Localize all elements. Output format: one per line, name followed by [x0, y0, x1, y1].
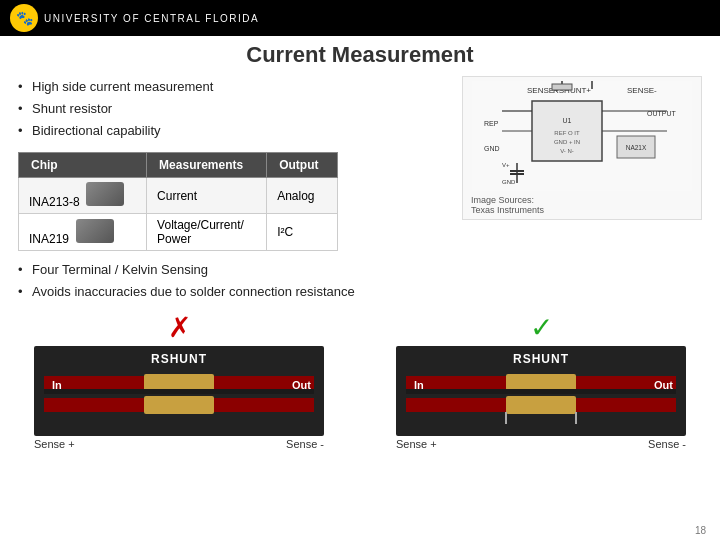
- col-output: Output: [267, 153, 338, 178]
- top-section: High side current measurement Shunt resi…: [18, 76, 702, 251]
- sense-labels-wrong: Sense + Sense -: [34, 438, 324, 450]
- rshunt-diagram-right: RSHUNT In Out: [396, 346, 686, 436]
- col-chip: Chip: [19, 153, 147, 178]
- bottom-section: Four Terminal / Kelvin Sensing Avoids in…: [18, 259, 702, 450]
- chip-image-1: [86, 182, 124, 206]
- sense-labels-right: Sense + Sense -: [396, 438, 686, 450]
- bottom-bullet-1: Four Terminal / Kelvin Sensing: [18, 259, 702, 281]
- svg-text:GND: GND: [484, 145, 500, 152]
- svg-text:V- N-: V- N-: [560, 148, 574, 154]
- chip-name-1: INA213-8: [19, 178, 147, 214]
- svg-rect-38: [406, 389, 676, 394]
- rshunt-label-right: RSHUNT: [513, 352, 569, 366]
- svg-rect-37: [506, 396, 576, 414]
- feature-list: High side current measurement Shunt resi…: [18, 76, 448, 142]
- bottom-bullet-2: Avoids inaccuracies due to solder connec…: [18, 281, 702, 303]
- rshunt-diagram-wrong: RSHUNT In Out: [34, 346, 324, 436]
- page-number: 18: [695, 525, 706, 536]
- output-2: I²C: [267, 214, 338, 251]
- output-1: Analog: [267, 178, 338, 214]
- measurements-2: Voltage/Current/Power: [147, 214, 267, 251]
- header: 🐾 UNIVERSITY OF CENTRAL FLORIDA: [0, 0, 720, 36]
- image-source: Image Sources: Texas Instruments: [467, 195, 544, 215]
- chip-label-2: INA219: [29, 232, 69, 246]
- diagrams-row: ✗ RSHUNT In Out: [18, 311, 702, 450]
- chip-image-2: [76, 219, 114, 243]
- circuit-svg: RSHUNT+ SENSE+ SENSE- U1 REF O IT GND + …: [472, 81, 692, 191]
- rshunt-svg-right: In Out: [396, 356, 686, 426]
- main-content: Current Measurement High side current me…: [0, 36, 720, 456]
- chip-table: Chip Measurements Output INA213-8 Curren…: [18, 152, 338, 251]
- svg-text:Out: Out: [654, 379, 673, 391]
- svg-text:NA21X: NA21X: [626, 144, 647, 151]
- col-measurements: Measurements: [147, 153, 267, 178]
- table-row: INA219 Voltage/Current/Power I²C: [19, 214, 338, 251]
- svg-text:V+: V+: [502, 162, 510, 168]
- university-name: UNIVERSITY OF CENTRAL FLORIDA: [44, 13, 259, 24]
- svg-text:GND: GND: [502, 179, 516, 185]
- chip-label-1: INA213-8: [29, 195, 80, 209]
- svg-rect-25: [552, 84, 572, 90]
- circuit-diagram: RSHUNT+ SENSE+ SENSE- U1 REF O IT GND + …: [462, 76, 702, 220]
- ucf-logo: 🐾 UNIVERSITY OF CENTRAL FLORIDA: [10, 4, 259, 32]
- feature-item-1: High side current measurement: [18, 76, 448, 98]
- rshunt-svg-wrong: In Out: [34, 356, 324, 426]
- feature-item-3: Bidirectional capability: [18, 120, 448, 142]
- page-title: Current Measurement: [18, 42, 702, 68]
- svg-text:REP: REP: [484, 120, 499, 127]
- sense-minus-right: Sense -: [648, 438, 686, 450]
- feature-item-2: Shunt resistor: [18, 98, 448, 120]
- left-content: High side current measurement Shunt resi…: [18, 76, 448, 251]
- bottom-bullets: Four Terminal / Kelvin Sensing Avoids in…: [18, 259, 702, 303]
- wrong-mark: ✗: [168, 311, 191, 344]
- measurements-1: Current: [147, 178, 267, 214]
- chip-name-2: INA219: [19, 214, 147, 251]
- svg-text:Out: Out: [292, 379, 311, 391]
- svg-text:SENSE-: SENSE-: [627, 86, 657, 95]
- svg-rect-30: [144, 396, 214, 414]
- svg-text:In: In: [414, 379, 424, 391]
- svg-text:In: In: [52, 379, 62, 391]
- right-mark: ✓: [530, 311, 553, 344]
- rshunt-label-wrong: RSHUNT: [151, 352, 207, 366]
- sense-minus-wrong: Sense -: [286, 438, 324, 450]
- ucf-emblem: 🐾: [10, 4, 38, 32]
- svg-text:REF  O IT: REF O IT: [554, 130, 580, 136]
- sense-plus-wrong: Sense +: [34, 438, 75, 450]
- svg-rect-31: [44, 389, 314, 394]
- diagram-wrong: ✗ RSHUNT In Out: [18, 311, 340, 450]
- svg-text:U1: U1: [563, 117, 572, 124]
- table-row: INA213-8 Current Analog: [19, 178, 338, 214]
- sense-plus-right: Sense +: [396, 438, 437, 450]
- diagram-right: ✓ RSHUNT In Out: [380, 311, 702, 450]
- svg-text:GND + IN: GND + IN: [554, 139, 580, 145]
